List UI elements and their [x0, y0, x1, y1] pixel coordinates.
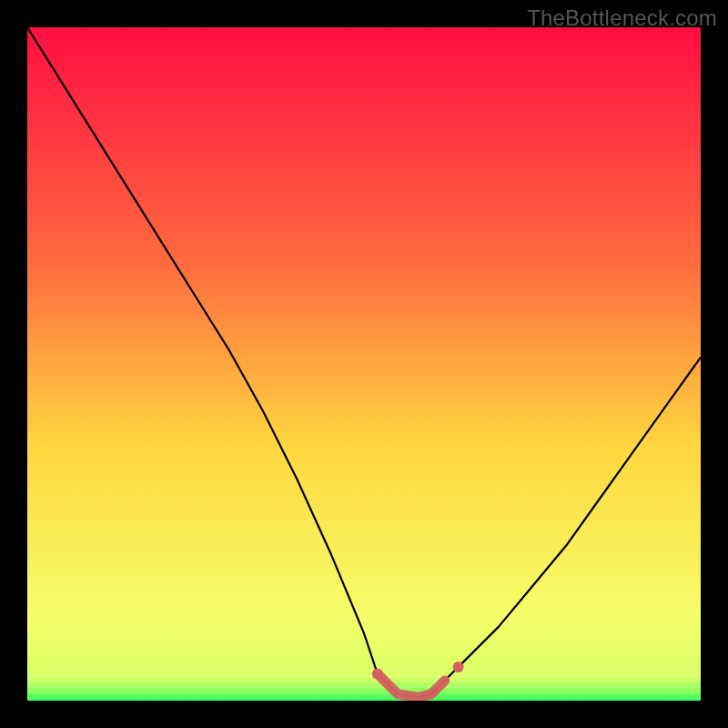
svg-rect-6 [27, 670, 701, 672]
svg-rect-0 [27, 27, 701, 701]
bottleneck-chart [27, 27, 701, 701]
chart-canvas [27, 27, 701, 701]
svg-point-8 [453, 662, 464, 672]
svg-point-7 [372, 668, 383, 679]
svg-rect-3 [27, 686, 701, 688]
svg-rect-4 [27, 681, 701, 682]
svg-rect-5 [27, 675, 701, 677]
svg-rect-1 [27, 697, 701, 699]
svg-rect-2 [27, 692, 701, 693]
watermark: TheBottleneck.com [527, 5, 717, 31]
